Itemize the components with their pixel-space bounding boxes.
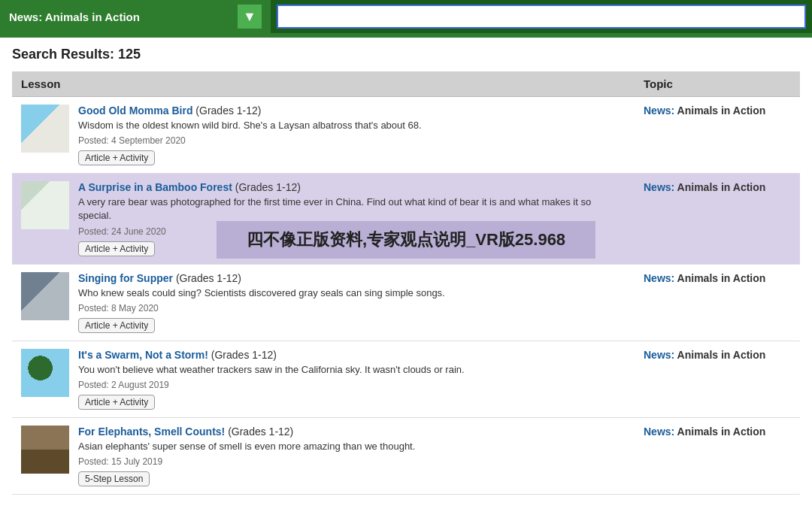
lesson-grades: (Grades 1-12): [225, 426, 293, 438]
lesson-thumbnail: [21, 181, 69, 229]
table-row: Singing for Supper (Grades 1-12)Who knew…: [12, 264, 800, 341]
lesson-cell-2: A Surprise in a Bamboo Forest (Grades 1-…: [12, 174, 635, 264]
dropdown-label: News: Animals in Action: [9, 11, 232, 23]
topic-name-label: Animals in Action: [674, 105, 765, 117]
lesson-posted-date: Posted: 4 September 2020: [78, 135, 626, 146]
lesson-cell-5: For Elephants, Smell Counts! (Grades 1-1…: [12, 417, 635, 494]
lesson-tag[interactable]: 5-Step Lesson: [78, 471, 150, 486]
topic-news-label: News:: [644, 272, 674, 284]
lesson-thumbnail: [21, 349, 69, 397]
lesson-title[interactable]: Good Old Momma Bird: [78, 105, 192, 117]
lesson-thumbnail: [21, 105, 69, 153]
lesson-tag[interactable]: Article + Activity: [78, 150, 155, 165]
lesson-grades: (Grades 1-12): [232, 181, 301, 193]
lesson-info: Good Old Momma Bird (Grades 1-12)Wisdom …: [78, 105, 626, 165]
lesson-info: Singing for Supper (Grades 1-12)Who knew…: [78, 272, 626, 333]
lesson-description: Asian elephants' super sense of smell is…: [78, 440, 626, 453]
topic-news-label: News:: [644, 105, 674, 117]
lesson-title[interactable]: It's a Swarm, Not a Storm!: [78, 349, 208, 361]
lesson-cell-4: It's a Swarm, Not a Storm! (Grades 1-12)…: [12, 341, 635, 417]
topic-cell-1: News: Animals in Action: [635, 97, 800, 174]
topic-news-label: News:: [644, 349, 674, 361]
header: News: Animals in Action ▼: [0, 0, 812, 33]
lesson-thumbnail: [21, 272, 69, 320]
lesson-posted-date: Posted: 8 May 2020: [78, 303, 626, 314]
lesson-cell-3: Singing for Supper (Grades 1-12)Who knew…: [12, 264, 635, 341]
lesson-info: It's a Swarm, Not a Storm! (Grades 1-12)…: [78, 349, 626, 410]
table-row: For Elephants, Smell Counts! (Grades 1-1…: [12, 417, 800, 494]
lesson-grades: (Grades 1-12): [192, 105, 261, 117]
lesson-description: A very rare bear was photographed for th…: [78, 195, 626, 223]
lesson-description: Who knew seals could sing? Scientists di…: [78, 286, 626, 300]
lesson-posted-date: Posted: 15 July 2019: [78, 456, 626, 467]
lesson-grades: (Grades 1-12): [173, 272, 241, 284]
topic-name-label: Animals in Action: [674, 181, 765, 193]
lesson-tag[interactable]: Article + Activity: [78, 318, 155, 333]
topic-name-label: Animals in Action: [674, 272, 765, 284]
table-row: Good Old Momma Bird (Grades 1-12)Wisdom …: [12, 97, 800, 174]
column-lesson: Lesson: [12, 71, 635, 97]
search-results-title: Search Results: 125: [12, 47, 800, 62]
main-content: Search Results: 125 Lesson Topic Good Ol…: [0, 38, 812, 504]
lesson-description: Wisdom is the oldest known wild bird. Sh…: [78, 119, 626, 132]
lesson-tag[interactable]: Article + Activity: [78, 241, 155, 256]
lesson-title[interactable]: Singing for Supper: [78, 272, 173, 284]
lesson-info: For Elephants, Smell Counts! (Grades 1-1…: [78, 426, 626, 486]
lesson-description: You won't believe what weather trackers …: [78, 363, 626, 377]
lesson-cell-1: Good Old Momma Bird (Grades 1-12)Wisdom …: [12, 97, 635, 174]
topic-dropdown[interactable]: News: Animals in Action ▼: [0, 0, 271, 33]
topic-news-label: News:: [644, 426, 674, 438]
topic-cell-2: News: Animals in Action: [635, 174, 800, 264]
lesson-posted-date: Posted: 24 June 2020: [78, 226, 626, 237]
search-input[interactable]: [277, 5, 806, 29]
search-container: [271, 5, 812, 29]
topic-name-label: Animals in Action: [674, 426, 765, 438]
table-row: It's a Swarm, Not a Storm! (Grades 1-12)…: [12, 341, 800, 417]
dropdown-arrow-icon[interactable]: ▼: [238, 5, 262, 29]
lesson-info: A Surprise in a Bamboo Forest (Grades 1-…: [78, 181, 626, 256]
lesson-grades: (Grades 1-12): [208, 349, 277, 361]
topic-cell-4: News: Animals in Action: [635, 341, 800, 417]
lesson-title[interactable]: For Elephants, Smell Counts!: [78, 426, 225, 438]
lesson-posted-date: Posted: 2 August 2019: [78, 380, 626, 390]
lesson-title[interactable]: A Surprise in a Bamboo Forest: [78, 181, 232, 193]
lesson-thumbnail: [21, 426, 69, 474]
column-topic: Topic: [635, 71, 800, 97]
topic-cell-3: News: Animals in Action: [635, 264, 800, 341]
results-table: Lesson Topic Good Old Momma Bird (Grades…: [12, 71, 800, 495]
lesson-tag[interactable]: Article + Activity: [78, 395, 155, 410]
topic-name-label: Animals in Action: [674, 349, 765, 361]
table-row: A Surprise in a Bamboo Forest (Grades 1-…: [12, 174, 800, 264]
topic-cell-5: News: Animals in Action: [635, 417, 800, 494]
topic-news-label: News:: [644, 181, 674, 193]
